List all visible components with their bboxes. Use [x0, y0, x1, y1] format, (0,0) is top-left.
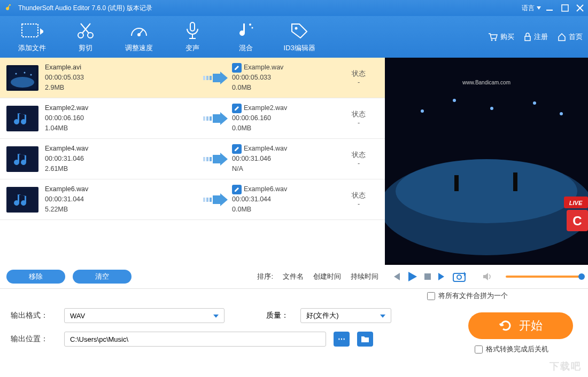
file-info: Example2.wav00:00:06.1601.04MB: [45, 103, 200, 133]
output-info: Example4.wav00:00:31.046N/A: [232, 144, 339, 174]
file-status: 状态-: [339, 69, 378, 86]
output-size: 0.0MB: [232, 205, 339, 215]
video-preview[interactable]: www.Bandicam.com LIVE C: [385, 58, 588, 265]
file-thumbnail: [6, 146, 38, 172]
svg-point-36: [421, 109, 424, 113]
svg-rect-32: [210, 198, 212, 202]
svg-point-14: [11, 77, 34, 88]
svg-rect-20: [210, 76, 212, 80]
output-size: N/A: [232, 164, 339, 174]
maximize-button[interactable]: [561, 4, 569, 12]
svg-text:C: C: [572, 214, 582, 228]
window-title: ThunderSoft Audio Editor 7.6.0 (试用) 版本记录: [18, 4, 522, 13]
svg-point-39: [533, 101, 536, 105]
mix-button[interactable]: 混合: [219, 21, 273, 53]
file-duration: 00:00:31.044: [45, 194, 200, 205]
svg-point-15: [16, 73, 17, 74]
sort-by-created[interactable]: 创建时间: [313, 272, 341, 281]
svg-point-38: [490, 107, 493, 110]
output-info: Example2.wav00:00:06.1600.0MB: [232, 103, 339, 133]
microphone-icon: [184, 21, 201, 40]
merge-checkbox-row: 将所有文件合拼为一个: [427, 291, 508, 301]
video-controls: [385, 265, 588, 288]
more-path-button[interactable]: ⋯: [334, 332, 350, 347]
speed-button[interactable]: 调整速度: [112, 21, 166, 53]
chevron-down-icon: [537, 6, 541, 10]
file-thumbnail: [6, 65, 38, 91]
format-select[interactable]: WAV: [64, 308, 225, 323]
svg-rect-42: [513, 172, 517, 191]
volume-slider[interactable]: [506, 276, 582, 278]
id3-editor-button[interactable]: ID3编辑器: [273, 21, 326, 53]
app-logo-icon: [4, 3, 14, 13]
edit-icon[interactable]: [232, 144, 242, 154]
svg-point-10: [491, 40, 493, 41]
minimize-button[interactable]: [546, 4, 554, 12]
volume-icon[interactable]: [482, 272, 493, 281]
register-button[interactable]: 注册: [524, 32, 548, 42]
quality-select[interactable]: 好(文件大): [300, 308, 391, 323]
language-menu[interactable]: 语言: [522, 4, 541, 13]
preview-panel: www.Bandicam.com LIVE C: [385, 58, 588, 288]
file-thumbnail: [6, 187, 38, 213]
output-info: Example.wav00:00:05.0330.0MB: [232, 62, 339, 92]
svg-rect-12: [525, 36, 530, 41]
file-size: 2.9MB: [45, 83, 200, 93]
next-button[interactable]: [437, 272, 447, 281]
buy-button[interactable]: 购买: [488, 32, 514, 42]
svg-rect-41: [454, 175, 459, 191]
output-path-label: 输出位置：: [11, 334, 57, 344]
shutdown-checkbox[interactable]: [475, 345, 483, 354]
svg-rect-0: [546, 10, 553, 11]
cart-icon: [488, 33, 498, 41]
svg-rect-27: [206, 157, 208, 161]
svg-rect-19: [206, 76, 208, 80]
output-duration: 00:00:06.160: [232, 113, 339, 123]
merge-checkbox[interactable]: [427, 292, 435, 300]
file-name: Example4.wav: [45, 144, 200, 154]
file-status: 状态-: [339, 110, 378, 127]
file-row[interactable]: Example.avi00:00:05.0332.9MBExample.wav0…: [0, 58, 385, 98]
snapshot-button[interactable]: [452, 271, 466, 282]
edit-icon[interactable]: [232, 104, 242, 113]
file-name: Example2.wav: [45, 103, 200, 113]
output-path-input[interactable]: C:\Users\pc\Music\: [64, 332, 326, 347]
svg-rect-28: [210, 157, 212, 161]
file-size: 1.04MB: [45, 123, 200, 133]
svg-point-8: [252, 27, 253, 29]
file-name: Example6.wav: [45, 184, 200, 194]
sort-label: 排序:: [257, 272, 273, 281]
output-size: 0.0MB: [232, 123, 339, 133]
start-button[interactable]: 开始: [468, 312, 573, 339]
sort-by-duration[interactable]: 持续时间: [351, 272, 378, 281]
svg-point-7: [249, 23, 251, 26]
edit-icon[interactable]: [232, 63, 242, 73]
file-row[interactable]: Example6.wav00:00:31.0445.22MBExample6.w…: [0, 179, 385, 220]
remove-button[interactable]: 移除: [6, 270, 65, 284]
edit-icon[interactable]: [232, 185, 242, 194]
close-button[interactable]: [576, 4, 584, 12]
play-button[interactable]: [406, 271, 418, 282]
file-info: Example4.wav00:00:31.0462.61MB: [45, 144, 200, 174]
home-icon: [558, 33, 566, 41]
home-button[interactable]: 首页: [558, 32, 583, 42]
voice-change-button[interactable]: 变声: [166, 21, 219, 53]
svg-rect-22: [203, 116, 205, 121]
file-row[interactable]: Example2.wav00:00:06.1601.04MBExample2.w…: [0, 98, 385, 139]
output-duration: 00:00:31.044: [232, 194, 339, 205]
quality-label: 质量：: [266, 311, 293, 320]
cut-button[interactable]: 剪切: [59, 21, 112, 53]
prev-button[interactable]: [391, 272, 401, 281]
svg-rect-1: [562, 5, 568, 11]
svg-rect-18: [203, 76, 205, 80]
file-row[interactable]: Example4.wav00:00:31.0462.61MBExample4.w…: [0, 139, 385, 179]
stop-button[interactable]: [423, 272, 432, 281]
svg-point-40: [560, 112, 563, 115]
sort-by-filename[interactable]: 文件名: [283, 272, 304, 281]
output-info: Example6.wav00:00:31.0440.0MB: [232, 184, 339, 214]
clear-button[interactable]: 清空: [73, 270, 131, 284]
svg-point-16: [24, 72, 26, 73]
merge-label: 将所有文件合拼为一个: [438, 291, 508, 301]
open-folder-button[interactable]: [357, 332, 373, 347]
add-file-button[interactable]: 添加文件: [5, 21, 59, 53]
